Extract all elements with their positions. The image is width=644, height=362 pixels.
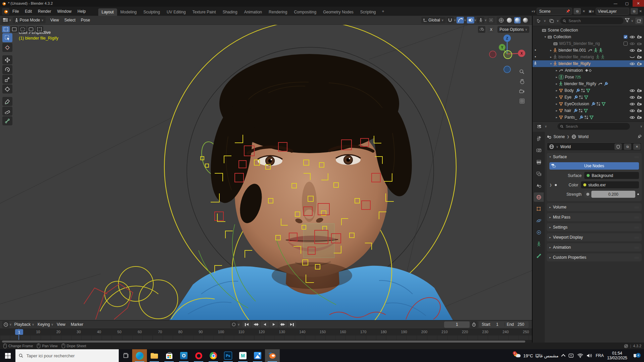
scene-datablock-icon[interactable]: ◑∨ — [531, 9, 535, 13]
panel-header-custom-properties[interactable]: ▸Custom Properties:::: — [547, 253, 642, 261]
outliner-item-label[interactable]: blender file.001 — [558, 48, 586, 53]
outliner-expand-icon[interactable]: ▸ — [554, 116, 559, 119]
taskbar-clock[interactable]: 01:54 13/02/2025 — [607, 351, 627, 360]
properties-tab-physics[interactable] — [534, 216, 544, 225]
shading-solid-icon[interactable] — [506, 17, 513, 23]
3d-viewport[interactable]: ∨ Pose Mode∨ ViewSelectPose Global∨ ∨ ∨ … — [0, 16, 532, 320]
outliner-row-blender-file-rigify[interactable]: ▾blender file_Rigify — [533, 60, 644, 67]
checkbox-icon[interactable] — [624, 35, 628, 39]
auto-keying-icon[interactable] — [230, 321, 237, 328]
eye-icon[interactable] — [630, 62, 635, 66]
viewport-menu-pose[interactable]: Pose — [78, 17, 93, 23]
current-frame-badge[interactable]: 1 — [15, 329, 23, 335]
tray-expand-chevron-icon[interactable] — [562, 354, 565, 358]
cast-icon[interactable] — [568, 353, 574, 358]
workspace-tab-shading[interactable]: Shading — [219, 8, 241, 16]
shading-material-icon[interactable] — [514, 17, 521, 23]
camera-icon[interactable] — [637, 102, 642, 106]
eye-icon[interactable] — [630, 35, 635, 39]
jump-to-start-button[interactable] — [243, 321, 251, 327]
camera-icon[interactable] — [637, 48, 642, 52]
outliner-expand-icon[interactable]: ▾ — [543, 35, 547, 39]
workspace-tab-compositing[interactable]: Compositing — [290, 8, 320, 16]
outliner-item-label[interactable]: Collection — [553, 35, 571, 39]
shading-rendered-icon[interactable] — [522, 17, 529, 23]
timeline-menu-view[interactable]: View — [54, 321, 68, 328]
outliner-item-label[interactable]: WGTS_blender file_rig — [559, 41, 600, 46]
transform-orientation-dropdown[interactable]: Global∨ — [421, 17, 445, 23]
properties-tab-object[interactable] — [534, 204, 544, 214]
panel-grip[interactable]: :::: — [635, 206, 639, 209]
outliner-item-label[interactable]: Body — [565, 88, 574, 93]
outliner-expand-icon[interactable]: ▸ — [554, 89, 559, 92]
timeline-editor-type-icon[interactable] — [2, 321, 9, 328]
camera-icon[interactable] — [637, 35, 642, 39]
outliner-row-animation[interactable]: ▸Animation — [533, 67, 644, 74]
properties-search-input[interactable] — [565, 124, 627, 129]
outliner-item-label[interactable]: Eye — [565, 95, 572, 100]
mirror-x-button[interactable]: X — [487, 26, 495, 33]
panel-header-animation[interactable]: ▸Animation:::: — [547, 243, 642, 251]
pin-icon[interactable]: 📌 — [566, 9, 570, 13]
properties-tab-output[interactable] — [534, 157, 544, 167]
snapping-icon[interactable] — [446, 17, 454, 23]
panel-header-viewport-display[interactable]: ▸Viewport Display:::: — [547, 233, 642, 241]
outliner-row-wgts-blender-file-rig[interactable]: WGTS_blender file_rig — [533, 40, 644, 47]
panel-header-settings[interactable]: ▸Settings:::: — [547, 223, 642, 231]
tool-transform[interactable] — [2, 84, 12, 94]
outliner-expand-icon[interactable]: ▸ — [554, 82, 559, 85]
outliner-expand-icon[interactable]: ▸ — [554, 69, 559, 72]
properties-tab-constraints[interactable] — [534, 228, 544, 237]
panel-header-volume[interactable]: ▸Volume:::: — [547, 203, 642, 211]
next-keyframe-button[interactable] — [279, 321, 287, 327]
workspace-tab-animation[interactable]: Animation — [241, 8, 265, 16]
viewlayer-icon[interactable]: ▣∨ — [589, 9, 594, 13]
taskbar-search-input[interactable] — [26, 353, 115, 359]
timeline-menu-keying[interactable]: Keying — [35, 321, 53, 328]
panel-grip[interactable]: :::: — [635, 236, 639, 239]
pose-options-dropdown[interactable]: Pose Options∨ — [497, 26, 529, 33]
prev-keyframe-button[interactable] — [252, 321, 260, 327]
pan-hand-icon[interactable] — [518, 77, 526, 85]
eye-icon[interactable] — [630, 116, 635, 119]
properties-search-field[interactable] — [557, 123, 630, 130]
outliner-filter-mode-icon[interactable] — [548, 17, 555, 24]
color-value-field[interactable]: studio.exr — [581, 181, 639, 188]
animate-dot-icon[interactable] — [637, 193, 639, 195]
properties-editor-type-icon[interactable] — [535, 123, 543, 130]
taskbar-app-blender[interactable] — [265, 349, 280, 362]
viewport-menu-view[interactable]: View — [48, 17, 62, 23]
outliner-expand-icon[interactable]: ▸ — [554, 109, 559, 112]
tool-select-box[interactable] — [2, 33, 12, 42]
world-name-field[interactable]: World — [560, 144, 612, 149]
workspace-tab-texture-paint[interactable]: Texture Paint — [189, 8, 219, 16]
tool-rotate[interactable] — [2, 65, 12, 74]
camera-icon[interactable] — [637, 95, 642, 99]
eye-icon[interactable] — [630, 89, 635, 93]
maximize-button[interactable]: ▢ — [621, 0, 633, 7]
surface-panel-header[interactable]: ▾ Surface :::: — [547, 153, 642, 161]
outliner-row-body[interactable]: ▸Body — [533, 87, 644, 94]
taskbar-search[interactable] — [15, 349, 119, 362]
select-intersect-button[interactable] — [36, 26, 43, 33]
scene-copy-button[interactable]: ⧉ — [574, 8, 581, 14]
timeline-menu-playback[interactable]: Playback — [12, 321, 34, 328]
breadcrumb-world[interactable]: World — [578, 134, 589, 139]
outliner-row-blender-file-rigify[interactable]: ▸blender file_Rigify — [533, 80, 644, 87]
workspace-tab-layout[interactable]: Layout — [98, 8, 117, 16]
scene-unlink-icon[interactable]: ✕ — [582, 9, 585, 13]
proportional-editing-icon[interactable] — [457, 17, 464, 23]
outliner-row-blender-file-metarig[interactable]: •▸blender file_metarig — [533, 54, 644, 60]
outliner-row-eyeocclusion[interactable]: ▸EyeOcclusion — [533, 101, 644, 107]
expand-color-icon[interactable]: ❯ — [549, 183, 555, 187]
fake-user-shield-button[interactable] — [614, 143, 622, 150]
panel-grip[interactable]: :::: — [635, 156, 639, 159]
properties-tab-object-data[interactable] — [534, 239, 544, 249]
outliner-expand-icon[interactable]: ▸ — [549, 55, 553, 59]
scene-name-field[interactable]: Scene📌 — [537, 8, 572, 15]
camera-icon[interactable] — [637, 55, 642, 59]
menu-edit[interactable]: Edit — [22, 8, 35, 15]
surface-shader-field[interactable]: Background — [584, 172, 639, 179]
camera-icon[interactable] — [637, 115, 642, 119]
menu-window[interactable]: Window — [54, 8, 74, 15]
